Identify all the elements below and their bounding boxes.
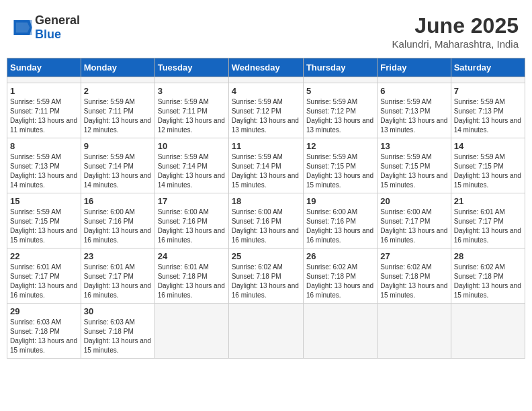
calendar-cell: [154, 304, 228, 359]
day-info: Sunrise: 6:00 AMSunset: 7:16 PMDaylight:…: [158, 208, 226, 245]
calendar-cell: 6Sunrise: 5:59 AMSunset: 7:13 PMDaylight…: [378, 83, 451, 138]
day-info: Sunrise: 5:59 AMSunset: 7:15 PMDaylight:…: [380, 152, 447, 190]
week-row-5: 29Sunrise: 6:03 AMSunset: 7:18 PMDayligh…: [7, 304, 525, 359]
day-number: 23: [84, 251, 152, 261]
day-info: Sunrise: 5:59 AMSunset: 7:13 PMDaylight:…: [380, 97, 447, 135]
day-number: 14: [454, 141, 522, 151]
calendar-cell: 20Sunrise: 6:00 AMSunset: 7:17 PMDayligh…: [378, 193, 451, 248]
logo: General Blue: [13, 13, 80, 42]
weekday-header-saturday: Saturday: [451, 58, 525, 77]
calendar-cell: [303, 304, 377, 359]
day-info: Sunrise: 6:03 AMSunset: 7:18 PMDaylight:…: [84, 318, 152, 355]
day-info: Sunrise: 5:59 AMSunset: 7:12 PMDaylight:…: [232, 97, 300, 135]
day-number: 13: [380, 141, 447, 151]
calendar-cell: [451, 304, 525, 359]
calendar-cell: [378, 77, 451, 83]
day-info: Sunrise: 6:00 AMSunset: 7:16 PMDaylight:…: [84, 208, 152, 245]
calendar-cell: 13Sunrise: 5:59 AMSunset: 7:15 PMDayligh…: [378, 138, 451, 193]
weekday-header-friday: Friday: [378, 58, 451, 77]
calendar-cell: 22Sunrise: 6:01 AMSunset: 7:17 PMDayligh…: [7, 248, 81, 304]
calendar-cell: 2Sunrise: 5:59 AMSunset: 7:11 PMDaylight…: [81, 83, 154, 138]
calendar-cell: 10Sunrise: 5:59 AMSunset: 7:14 PMDayligh…: [154, 138, 228, 193]
day-number: 11: [232, 141, 300, 151]
calendar-cell: 29Sunrise: 6:03 AMSunset: 7:18 PMDayligh…: [7, 304, 81, 359]
logo-blue: Blue: [35, 28, 61, 41]
day-info: Sunrise: 6:01 AMSunset: 7:17 PMDaylight:…: [454, 208, 522, 245]
calendar-cell: 12Sunrise: 5:59 AMSunset: 7:15 PMDayligh…: [303, 138, 377, 193]
day-number: 9: [84, 141, 152, 151]
day-number: 6: [380, 86, 447, 96]
calendar-cell: [378, 304, 451, 359]
weekday-header-wednesday: Wednesday: [228, 58, 303, 77]
calendar-cell: 25Sunrise: 6:02 AMSunset: 7:18 PMDayligh…: [228, 248, 303, 304]
day-info: Sunrise: 6:01 AMSunset: 7:18 PMDaylight:…: [158, 263, 226, 300]
weekday-header-monday: Monday: [81, 58, 154, 77]
day-number: 2: [84, 86, 152, 96]
logo-general: General: [35, 13, 80, 27]
calendar-cell: 14Sunrise: 5:59 AMSunset: 7:15 PMDayligh…: [451, 138, 525, 193]
day-number: 10: [158, 141, 226, 151]
day-number: 1: [10, 86, 78, 96]
calendar-cell: [228, 77, 303, 83]
calendar-cell: 18Sunrise: 6:00 AMSunset: 7:16 PMDayligh…: [228, 193, 303, 248]
day-number: 26: [306, 251, 374, 261]
header: General Blue June 2025 Kalundri, Maharas…: [7, 7, 525, 55]
calendar-cell: 11Sunrise: 5:59 AMSunset: 7:14 PMDayligh…: [228, 138, 303, 193]
logo-icon: [13, 20, 32, 35]
calendar-cell: 23Sunrise: 6:01 AMSunset: 7:17 PMDayligh…: [81, 248, 154, 304]
calendar-cell: 8Sunrise: 5:59 AMSunset: 7:13 PMDaylight…: [7, 138, 81, 193]
day-info: Sunrise: 5:59 AMSunset: 7:14 PMDaylight:…: [158, 152, 226, 190]
day-info: Sunrise: 6:03 AMSunset: 7:18 PMDaylight:…: [10, 318, 78, 355]
day-info: Sunrise: 5:59 AMSunset: 7:15 PMDaylight:…: [10, 208, 78, 245]
weekday-header-row: SundayMondayTuesdayWednesdayThursdayFrid…: [7, 58, 525, 77]
day-number: 12: [306, 141, 374, 151]
calendar-cell: 21Sunrise: 6:01 AMSunset: 7:17 PMDayligh…: [451, 193, 525, 248]
day-info: Sunrise: 6:00 AMSunset: 7:16 PMDaylight:…: [232, 208, 300, 245]
day-info: Sunrise: 5:59 AMSunset: 7:11 PMDaylight:…: [10, 97, 78, 135]
calendar-cell: [7, 77, 81, 83]
day-number: 5: [306, 86, 374, 96]
weekday-header-sunday: Sunday: [7, 58, 81, 77]
week-row-1: 1Sunrise: 5:59 AMSunset: 7:11 PMDaylight…: [7, 83, 525, 138]
week-row-4: 22Sunrise: 6:01 AMSunset: 7:17 PMDayligh…: [7, 248, 525, 304]
calendar-cell: [154, 77, 228, 83]
day-info: Sunrise: 5:59 AMSunset: 7:14 PMDaylight:…: [232, 152, 300, 190]
day-info: Sunrise: 6:02 AMSunset: 7:18 PMDaylight:…: [232, 263, 300, 300]
day-number: 15: [10, 196, 78, 206]
weekday-header-tuesday: Tuesday: [154, 58, 228, 77]
day-number: 17: [158, 196, 226, 206]
calendar-cell: 24Sunrise: 6:01 AMSunset: 7:18 PMDayligh…: [154, 248, 228, 304]
day-number: 29: [10, 306, 78, 316]
week-row-3: 15Sunrise: 5:59 AMSunset: 7:15 PMDayligh…: [7, 193, 525, 248]
calendar-cell: 3Sunrise: 5:59 AMSunset: 7:11 PMDaylight…: [154, 83, 228, 138]
day-number: 3: [158, 86, 226, 96]
day-info: Sunrise: 5:59 AMSunset: 7:15 PMDaylight:…: [454, 152, 522, 190]
calendar-cell: 16Sunrise: 6:00 AMSunset: 7:16 PMDayligh…: [81, 193, 154, 248]
day-number: 7: [454, 86, 522, 96]
logo-text: General Blue: [35, 13, 80, 42]
calendar-cell: 15Sunrise: 5:59 AMSunset: 7:15 PMDayligh…: [7, 193, 81, 248]
day-info: Sunrise: 5:59 AMSunset: 7:11 PMDaylight:…: [158, 97, 226, 135]
day-info: Sunrise: 5:59 AMSunset: 7:11 PMDaylight:…: [84, 97, 152, 135]
calendar-subtitle: Kalundri, Maharashtra, India: [392, 38, 519, 50]
day-info: Sunrise: 5:59 AMSunset: 7:13 PMDaylight:…: [454, 97, 522, 135]
title-area: June 2025 Kalundri, Maharashtra, India: [392, 13, 519, 50]
day-number: 18: [232, 196, 300, 206]
day-info: Sunrise: 6:01 AMSunset: 7:17 PMDaylight:…: [84, 263, 152, 300]
calendar-cell: 5Sunrise: 5:59 AMSunset: 7:12 PMDaylight…: [303, 83, 377, 138]
day-number: 30: [84, 306, 152, 316]
day-number: 4: [232, 86, 300, 96]
day-info: Sunrise: 5:59 AMSunset: 7:14 PMDaylight:…: [84, 152, 152, 190]
day-info: Sunrise: 6:02 AMSunset: 7:18 PMDaylight:…: [306, 263, 374, 300]
calendar-cell: 4Sunrise: 5:59 AMSunset: 7:12 PMDaylight…: [228, 83, 303, 138]
calendar-cell: 26Sunrise: 6:02 AMSunset: 7:18 PMDayligh…: [303, 248, 377, 304]
calendar-cell: 1Sunrise: 5:59 AMSunset: 7:11 PMDaylight…: [7, 83, 81, 138]
day-info: Sunrise: 6:01 AMSunset: 7:17 PMDaylight:…: [10, 263, 78, 300]
calendar-cell: [81, 77, 154, 83]
day-number: 19: [306, 196, 374, 206]
day-number: 28: [454, 251, 522, 261]
day-number: 16: [84, 196, 152, 206]
day-number: 20: [380, 196, 447, 206]
day-number: 8: [10, 141, 78, 151]
calendar-cell: 9Sunrise: 5:59 AMSunset: 7:14 PMDaylight…: [81, 138, 154, 193]
